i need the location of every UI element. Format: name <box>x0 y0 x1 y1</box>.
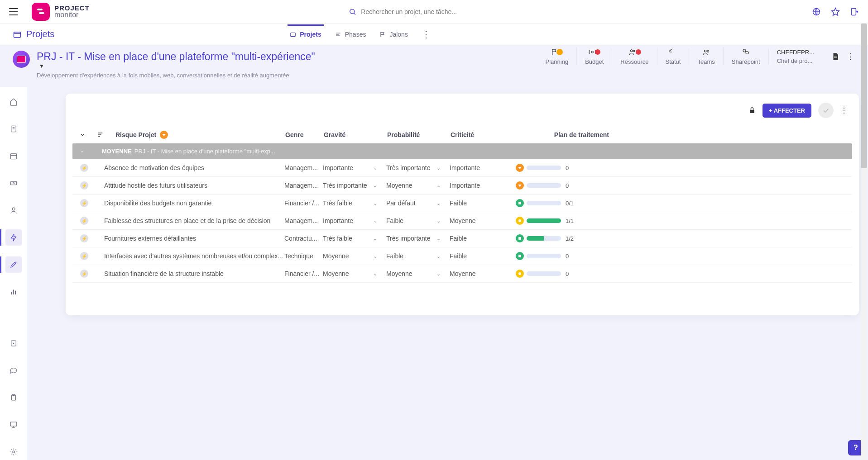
action-sharepoint[interactable]: Sharepoint <box>723 47 768 65</box>
svg-point-13 <box>591 51 594 53</box>
logout-icon[interactable] <box>850 7 859 16</box>
sidebar-chat[interactable] <box>5 362 22 379</box>
action-planning[interactable]: Planning <box>537 47 577 65</box>
severity-select[interactable]: Importante⌄ <box>323 164 386 171</box>
phases-tab-icon <box>335 31 341 38</box>
tab-phases[interactable]: Phases <box>335 25 366 43</box>
lock-icon[interactable] <box>748 106 756 114</box>
svg-point-26 <box>13 183 14 184</box>
severity-select[interactable]: Très faible⌄ <box>323 199 386 207</box>
sidebar-note[interactable] <box>5 335 22 351</box>
probability-select[interactable]: Par défaut⌄ <box>386 199 450 207</box>
risk-name: Absence de motivation des équipes <box>104 164 284 171</box>
svg-rect-40 <box>98 133 102 133</box>
sidebar-analytics[interactable] <box>5 284 22 300</box>
expand-all-toggle[interactable] <box>79 132 97 138</box>
sidebar-user[interactable] <box>5 202 22 218</box>
app-logo[interactable]: PROJECT monitor <box>32 3 90 21</box>
globe-icon[interactable] <box>812 7 821 16</box>
criticality-value: Faible <box>450 199 467 207</box>
sidebar-risk[interactable] <box>5 229 22 246</box>
menu-toggle-button[interactable] <box>9 8 18 15</box>
table-row[interactable]: ⚡ Fournitures externes défaillantes Cont… <box>72 230 852 247</box>
plan-count: 1/2 <box>566 235 574 242</box>
document-icon[interactable] <box>831 52 839 61</box>
filter-badge-icon[interactable] <box>160 131 168 139</box>
confirm-button[interactable] <box>818 103 834 118</box>
sidebar-doc[interactable] <box>5 121 22 137</box>
table-row[interactable]: ⚡ Situation financière de la structure i… <box>72 265 852 283</box>
table-row[interactable]: ⚡ Interfaces avec d'autres systèmes nomb… <box>72 247 852 265</box>
probability-select[interactable]: Moyenne⌄ <box>386 182 450 189</box>
svg-rect-6 <box>851 8 856 15</box>
probability-select[interactable]: Faible⌄ <box>386 217 450 224</box>
svg-rect-39 <box>750 110 754 113</box>
severity-select[interactable]: Très importante⌄ <box>323 182 386 189</box>
risk-genre: Financier /... <box>284 199 323 207</box>
sidebar-money[interactable] <box>5 175 22 191</box>
sidebar-settings[interactable] <box>5 444 22 460</box>
risk-name: Faiblesse des structures en place et de … <box>104 217 284 224</box>
action-budget[interactable]: Budget <box>576 47 612 65</box>
risk-genre: Contractu... <box>284 235 323 242</box>
severity-select[interactable]: Importante⌄ <box>323 217 386 224</box>
resource-icon <box>628 47 641 57</box>
action-resource[interactable]: Ressource <box>612 47 657 65</box>
project-dropdown-toggle[interactable]: ▼ <box>39 63 315 69</box>
criticality-badge <box>516 270 524 278</box>
criticality-value: Importante <box>450 182 480 189</box>
global-search[interactable] <box>349 8 552 16</box>
svg-line-3 <box>354 13 355 14</box>
projects-tab-icon <box>290 31 296 38</box>
header-more-button[interactable]: ⋮ <box>846 52 854 62</box>
panel-more-button[interactable]: ⋮ <box>840 106 848 115</box>
logo-text: PROJECT monitor <box>54 5 90 19</box>
breadcrumb[interactable]: Projets <box>13 29 54 39</box>
table-row[interactable]: ⚡ Attitude hostile des futurs utilisateu… <box>72 177 852 194</box>
star-icon[interactable] <box>831 7 840 16</box>
probability-select[interactable]: Faible⌄ <box>386 252 450 260</box>
table-row[interactable]: ⚡ Absence de motivation des équipes Mana… <box>72 159 852 177</box>
svg-point-15 <box>633 50 635 52</box>
svg-rect-31 <box>11 341 16 346</box>
risk-bolt-icon: ⚡ <box>80 234 88 242</box>
risk-name: Attitude hostile des futurs utilisateurs <box>104 182 284 189</box>
criticality-badge <box>516 217 524 225</box>
probability-select[interactable]: Très importante⌄ <box>386 164 450 171</box>
table-row[interactable]: ⚡ Disponibilité des budgets non garantie… <box>72 194 852 212</box>
action-teams[interactable]: Teams <box>689 47 723 65</box>
tab-projects[interactable]: Projets <box>290 25 321 43</box>
table-row[interactable]: ⚡ Faiblesse des structures en place et d… <box>72 212 852 230</box>
probability-select[interactable]: Très importante⌄ <box>386 235 450 242</box>
svg-rect-29 <box>13 290 14 295</box>
criticality-badge <box>516 234 524 242</box>
project-actions: Planning Budget Ressource Statut <box>537 47 854 65</box>
probability-select[interactable]: Moyenne⌄ <box>386 270 450 277</box>
svg-marker-5 <box>832 8 839 15</box>
risk-bolt-icon: ⚡ <box>80 252 88 260</box>
sidebar-home[interactable] <box>5 94 22 110</box>
sidebar-calendar[interactable] <box>5 148 22 164</box>
action-manager[interactable]: CHEFDEPR... Chef de pro... <box>768 49 822 64</box>
risk-genre: Managem... <box>284 182 323 189</box>
group-row[interactable]: MOYENNE PRJ - IT - Mise en place d'une p… <box>72 143 852 159</box>
risk-name: Interfaces avec d'autres systèmes nombre… <box>104 252 284 260</box>
severity-select[interactable]: Très faible⌄ <box>323 235 386 242</box>
plan-progress-bar <box>527 218 561 223</box>
assign-button[interactable]: + AFFECTER <box>762 104 811 118</box>
search-input[interactable] <box>361 8 552 15</box>
severity-select[interactable]: Moyenne⌄ <box>323 270 386 277</box>
tabs-more-button[interactable]: ⋮ <box>422 29 431 40</box>
plan-progress-bar <box>527 166 561 170</box>
sidebar-clipboard[interactable] <box>5 389 22 406</box>
action-status[interactable]: Statut <box>657 47 689 65</box>
project-avatar <box>13 51 30 68</box>
risk-genre: Managem... <box>284 164 323 171</box>
main-content: + AFFECTER ⋮ Risque Projet Genre Gravité… <box>27 87 859 451</box>
sidebar-present[interactable] <box>5 417 22 433</box>
tab-milestones[interactable]: Jalons <box>379 25 408 43</box>
sidebar-edit[interactable] <box>5 256 22 273</box>
sort-button[interactable] <box>97 131 115 138</box>
severity-select[interactable]: Moyenne⌄ <box>323 252 386 260</box>
vertical-scrollbar[interactable] <box>861 24 867 460</box>
